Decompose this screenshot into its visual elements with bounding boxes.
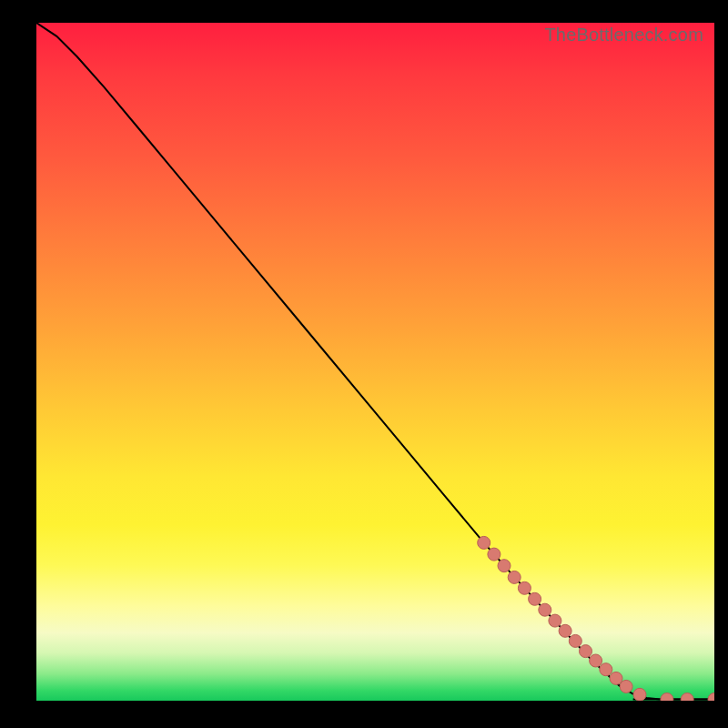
- data-marker: [518, 581, 531, 594]
- data-marker: [488, 548, 500, 561]
- data-marker: [600, 663, 612, 676]
- data-marker: [539, 603, 551, 616]
- data-marker: [590, 654, 602, 667]
- data-marker: [661, 693, 673, 702]
- data-marker: [708, 693, 714, 702]
- data-marker: [580, 645, 592, 658]
- data-marker: [508, 571, 521, 583]
- plot-area: TheBottleneck.com: [36, 23, 714, 701]
- chart-overlay: [36, 23, 714, 701]
- data-marker: [569, 634, 581, 647]
- data-marker: [633, 688, 646, 701]
- data-marker: [681, 693, 693, 702]
- data-marker: [559, 624, 571, 637]
- data-marker: [529, 592, 541, 605]
- data-marker: [620, 680, 632, 693]
- curve-line: [36, 23, 714, 700]
- data-marker: [478, 536, 490, 549]
- data-marker: [498, 560, 511, 572]
- data-marker: [549, 614, 561, 627]
- chart-frame: TheBottleneck.com: [0, 0, 728, 728]
- marker-group: [478, 536, 714, 701]
